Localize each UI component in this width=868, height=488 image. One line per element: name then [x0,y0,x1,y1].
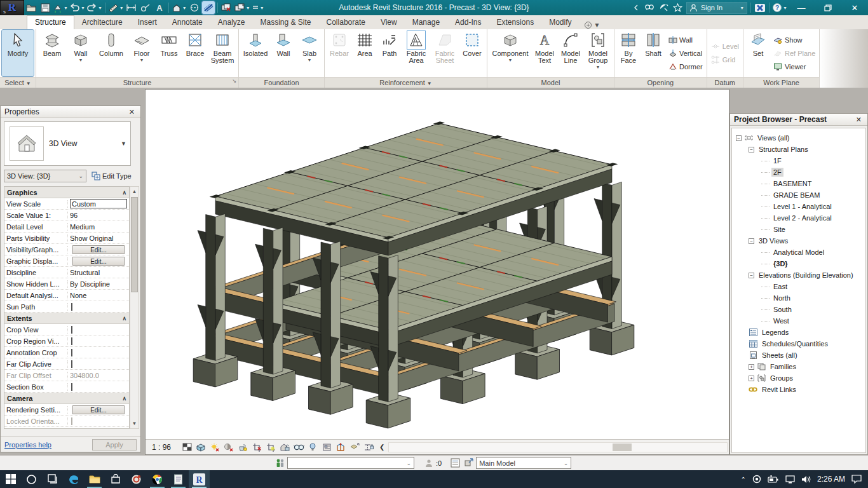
detail-level-icon[interactable] [180,441,193,454]
tree-item-analytical-model[interactable]: Analytical Model [732,247,865,258]
value-text[interactable]: 96 [70,212,78,219]
section-header-camera[interactable]: Camera∧ [4,393,129,404]
tree-item-3d[interactable]: {3D} [732,258,865,269]
tree-item-label[interactable]: GRADE BEAM [771,191,822,200]
shadows-icon[interactable] [222,441,235,454]
collapse-icon[interactable]: − [736,135,742,141]
modify-button[interactable]: Modify [2,30,34,76]
exchange-apps-icon[interactable] [754,1,766,14]
panel-label-select[interactable]: Select ▼ [0,77,36,88]
tree-item-label[interactable]: Level 2 - Analytical [771,214,834,222]
tab-add-ins[interactable]: Add-Ins [447,16,489,29]
tab-collaborate[interactable]: Collaborate [319,16,373,29]
text-button[interactable]: A [153,1,166,14]
area-button[interactable]: Area [353,30,377,76]
path-button[interactable]: Path [377,30,402,76]
close-icon[interactable]: ✕ [854,116,864,124]
set-button[interactable]: Set [745,30,771,76]
value-text[interactable]: By Discipline [70,280,110,288]
action-center-icon[interactable] [851,475,862,484]
checkbox[interactable] [71,360,72,368]
network-icon[interactable] [785,475,795,484]
collapse-icon[interactable]: − [749,147,754,152]
exclude-options-icon[interactable] [463,458,475,469]
ribbon-display-toggle[interactable]: ▼ [584,21,600,29]
save-button[interactable] [39,1,51,14]
checkbox[interactable] [71,383,72,391]
search-collapse-icon[interactable] [630,1,642,14]
tree-item-sheets-all[interactable]: Sheets (all) [732,349,865,361]
tree-item-schedules-quantities[interactable]: Schedules/Quantities [732,338,865,349]
close-icon[interactable]: ✕ [127,108,137,116]
section-header-graphics[interactable]: Graphics∧ [4,187,129,198]
editing-requests-icon[interactable] [423,458,435,469]
tab-analyze[interactable]: Analyze [210,16,253,29]
taskbar-edge[interactable] [63,470,84,488]
dormer-button[interactable]: Dormer [666,60,705,73]
value-text[interactable]: Show Original [70,234,113,242]
tree-item-label[interactable]: Schedules/Quantities [760,339,830,348]
tree-item-3d-views[interactable]: −3D Views [732,235,865,247]
taskbar-store[interactable] [105,470,126,488]
tree-item-label[interactable]: North [771,294,792,302]
design-option-select[interactable]: Main Model⌄ [476,457,571,469]
model-group-button[interactable]: Model Group▼ [584,30,612,76]
taskbar-revit[interactable]: R [189,470,210,488]
shaft-button[interactable]: Shaft [641,30,665,76]
wall-button[interactable]: Wall [271,30,296,76]
collapse-icon[interactable]: − [749,238,754,244]
tree-item-label[interactable]: Sheets (all) [760,351,799,360]
tree-item-basement[interactable]: BASEMENT [732,178,865,189]
open-button[interactable] [25,1,37,14]
restore-button[interactable] [815,0,841,15]
value-text[interactable]: Structural [70,269,100,276]
viewer-button[interactable]: Viewer [771,60,817,73]
drawing-area[interactable]: 1 : 96 ❮ [145,89,729,455]
tree-item-groups[interactable]: +Groups [732,372,865,384]
by-face-button[interactable]: By Face [616,30,641,76]
tab-modify[interactable]: Modify [541,16,579,29]
sun-path-icon[interactable] [208,441,221,454]
application-menu-button[interactable]: R s [0,0,24,15]
tree-item-west[interactable]: West [732,315,865,327]
show-crop-region-icon[interactable] [264,441,277,454]
unlocked-3d-view-icon[interactable] [278,441,291,454]
vertical-button[interactable]: Vertical [666,47,705,60]
tree-item-level-2-analytical[interactable]: Level 2 - Analytical [732,212,865,224]
checkbox[interactable] [71,429,72,430]
tag-by-category-button[interactable] [139,1,152,14]
floor-button[interactable]: Floor▼ [128,30,156,76]
instance-selector[interactable]: 3D View: {3D} ⌄ [4,170,86,182]
tree-item-structural-plans[interactable]: −Structural Plans [732,144,865,155]
tree-item-label[interactable]: Families [768,362,798,371]
tree-item-east[interactable]: East [732,281,865,292]
show-analytical-model-icon[interactable] [334,441,347,454]
taskbar-task-view[interactable] [42,470,63,488]
tree-item-label[interactable]: Elevations (Building Elevation) [757,271,855,280]
checkbox[interactable] [71,417,72,425]
undo-button[interactable]: ▼ [69,1,85,14]
panel-label-model[interactable]: Model [487,77,614,88]
value-text[interactable]: None [70,292,86,299]
expand-icon[interactable]: + [749,376,754,381]
tree-item-label[interactable]: BASEMENT [771,179,814,188]
tree-item-label[interactable]: Groups [768,374,795,383]
fabric-area-button[interactable]: Fabric Area [402,30,430,76]
checkbox[interactable] [71,349,72,356]
taskbar-snagit[interactable] [126,470,147,488]
tree-item-level-1-analytical[interactable]: Level 1 - Analytical [732,201,865,212]
fabric-sheet-button[interactable]: Fabric Sheet [431,30,459,76]
checkbox[interactable] [71,337,72,345]
tree-item-label[interactable]: 1F [771,156,783,165]
panel-label-opening[interactable]: Opening [614,77,707,88]
help-icon[interactable]: ?▼ [772,1,787,14]
tab-view[interactable]: View [373,16,405,29]
temporary-hide-isolate-icon[interactable] [292,441,305,454]
tab-annotate[interactable]: Annotate [165,16,210,29]
tree-item-2f[interactable]: 2F [732,166,865,178]
highlight-displacement-sets-icon[interactable] [348,441,361,454]
tab-insert[interactable]: Insert [130,16,165,29]
show-rendering-dialog-icon[interactable] [236,441,249,454]
active-workset-select[interactable]: ⌄ [287,457,414,469]
tree-item-legends[interactable]: Legends [732,327,865,338]
